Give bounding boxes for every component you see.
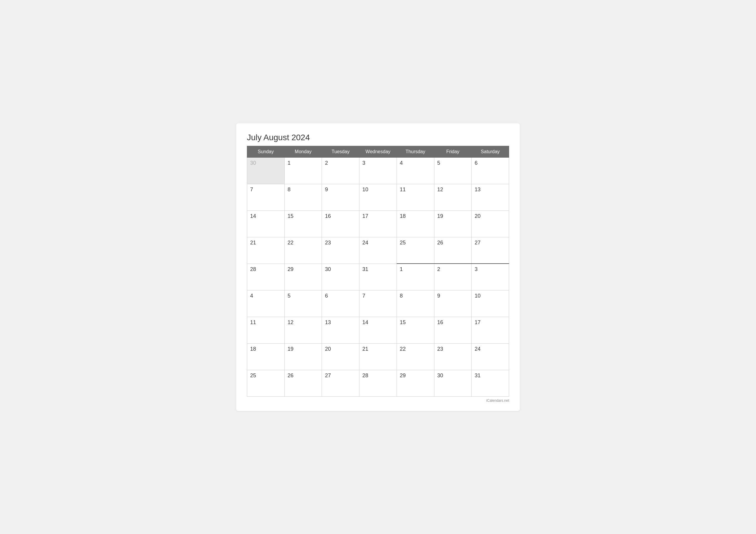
header-cell-sunday: Sunday [247, 146, 285, 157]
calendar-row: 28293031123 [247, 264, 509, 290]
calendar-day[interactable]: 11 [397, 184, 434, 210]
calendar-day[interactable]: 6 [322, 290, 359, 317]
calendar-day[interactable]: 12 [434, 184, 472, 210]
calendar-day[interactable]: 8 [397, 290, 434, 317]
calendar-body: 3012345678910111213141516171819202122232… [247, 157, 509, 396]
calendar-day[interactable]: 21 [359, 343, 397, 370]
calendar-day[interactable]: 3 [472, 264, 509, 290]
calendar-day[interactable]: 8 [284, 184, 322, 210]
calendar-day[interactable]: 1 [284, 157, 322, 184]
calendar-day[interactable]: 30 [247, 157, 285, 184]
calendar-row: 25262728293031 [247, 370, 509, 396]
calendar-row: 30123456 [247, 157, 509, 184]
calendar-day[interactable]: 4 [247, 290, 285, 317]
calendar-day[interactable]: 19 [434, 210, 472, 237]
calendar-day[interactable]: 28 [247, 264, 285, 290]
calendar-day[interactable]: 16 [322, 210, 359, 237]
calendar-day[interactable]: 10 [359, 184, 397, 210]
calendar-day[interactable]: 29 [397, 370, 434, 396]
calendar-day[interactable]: 19 [284, 343, 322, 370]
calendar-day[interactable]: 7 [359, 290, 397, 317]
calendar-day[interactable]: 22 [397, 343, 434, 370]
watermark: iCalendars.net [247, 398, 509, 403]
calendar-header: SundayMondayTuesdayWednesdayThursdayFrid… [247, 146, 509, 157]
calendar-day[interactable]: 15 [397, 317, 434, 343]
calendar-day[interactable]: 4 [397, 157, 434, 184]
calendar-day[interactable]: 14 [359, 317, 397, 343]
calendar-day[interactable]: 21 [247, 237, 285, 264]
calendar-row: 14151617181920 [247, 210, 509, 237]
calendar-row: 21222324252627 [247, 237, 509, 264]
calendar-day[interactable]: 17 [359, 210, 397, 237]
header-cell-thursday: Thursday [397, 146, 434, 157]
calendar-day[interactable]: 31 [472, 370, 509, 396]
calendar-day[interactable]: 25 [397, 237, 434, 264]
calendar-day[interactable]: 7 [247, 184, 285, 210]
calendar-day[interactable]: 23 [434, 343, 472, 370]
calendar-day[interactable]: 2 [322, 157, 359, 184]
calendar-day[interactable]: 9 [434, 290, 472, 317]
calendar-day[interactable]: 12 [284, 317, 322, 343]
header-cell-tuesday: Tuesday [322, 146, 359, 157]
header-cell-saturday: Saturday [472, 146, 509, 157]
calendar-day[interactable]: 27 [322, 370, 359, 396]
calendar-day[interactable]: 30 [434, 370, 472, 396]
header-cell-friday: Friday [434, 146, 472, 157]
calendar-day[interactable]: 18 [247, 343, 285, 370]
calendar-day[interactable]: 23 [322, 237, 359, 264]
calendar-row: 11121314151617 [247, 317, 509, 343]
calendar-title: July August 2024 [247, 133, 509, 142]
calendar-day[interactable]: 29 [284, 264, 322, 290]
calendar-day[interactable]: 16 [434, 317, 472, 343]
calendar-day[interactable]: 20 [322, 343, 359, 370]
calendar-day[interactable]: 31 [359, 264, 397, 290]
calendar-day[interactable]: 3 [359, 157, 397, 184]
calendar-container: July August 2024 SundayMondayTuesdayWedn… [236, 123, 520, 411]
calendar-day[interactable]: 1 [397, 264, 434, 290]
calendar-row: 18192021222324 [247, 343, 509, 370]
calendar-day[interactable]: 5 [434, 157, 472, 184]
calendar-day[interactable]: 28 [359, 370, 397, 396]
calendar-day[interactable]: 13 [322, 317, 359, 343]
calendar-day[interactable]: 11 [247, 317, 285, 343]
calendar-day[interactable]: 27 [472, 237, 509, 264]
header-cell-wednesday: Wednesday [359, 146, 397, 157]
calendar-day[interactable]: 13 [472, 184, 509, 210]
calendar-day[interactable]: 30 [322, 264, 359, 290]
calendar-day[interactable]: 10 [472, 290, 509, 317]
header-row: SundayMondayTuesdayWednesdayThursdayFrid… [247, 146, 509, 157]
calendar-day[interactable]: 26 [434, 237, 472, 264]
calendar-day[interactable]: 2 [434, 264, 472, 290]
calendar-day[interactable]: 18 [397, 210, 434, 237]
calendar-day[interactable]: 20 [472, 210, 509, 237]
calendar-day[interactable]: 17 [472, 317, 509, 343]
calendar-day[interactable]: 6 [472, 157, 509, 184]
calendar-row: 45678910 [247, 290, 509, 317]
calendar-day[interactable]: 26 [284, 370, 322, 396]
calendar-day[interactable]: 25 [247, 370, 285, 396]
calendar-day[interactable]: 14 [247, 210, 285, 237]
calendar-day[interactable]: 24 [359, 237, 397, 264]
calendar-day[interactable]: 9 [322, 184, 359, 210]
calendar-row: 78910111213 [247, 184, 509, 210]
calendar-day[interactable]: 5 [284, 290, 322, 317]
header-cell-monday: Monday [284, 146, 322, 157]
calendar-day[interactable]: 22 [284, 237, 322, 264]
calendar-table: SundayMondayTuesdayWednesdayThursdayFrid… [247, 146, 509, 397]
calendar-day[interactable]: 24 [472, 343, 509, 370]
calendar-day[interactable]: 15 [284, 210, 322, 237]
